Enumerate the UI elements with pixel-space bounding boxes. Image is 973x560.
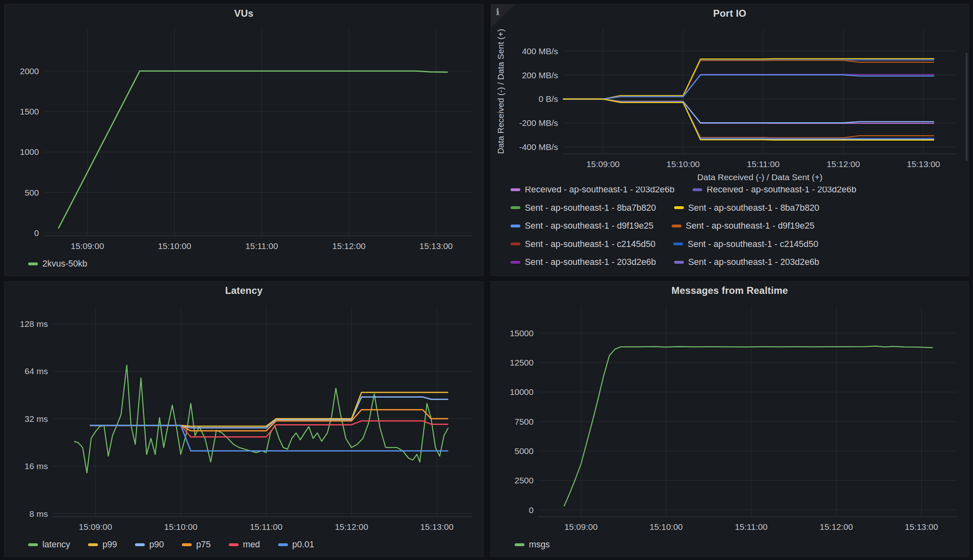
x-axis-tick-label: 15:13:00	[905, 522, 938, 531]
series-line-received-dark-blue	[563, 99, 934, 139]
series-line-received-light-blue-2	[563, 99, 934, 139]
x-axis-tick-label: 15:10:00	[666, 159, 700, 169]
dashboard: VUs 050010001500200015:09:0015:10:0015:1…	[0, 0, 973, 560]
panel-header-vus[interactable]: VUs	[4, 4, 483, 22]
y-axis-tick-label: 5000	[515, 446, 534, 456]
x-axis-tick-label: 15:09:00	[586, 159, 620, 169]
legend-item[interactable]: p99	[88, 538, 117, 551]
y-axis-tick-label: 200 MB/s	[522, 71, 558, 80]
y-axis-tick-label: 32 ms	[24, 414, 48, 423]
x-axis-tick-label: 15:11:00	[735, 522, 767, 531]
legend-series-label: Sent - ap-southeast-1 - 8ba7b820	[688, 202, 820, 214]
legend-series-swatch	[511, 261, 520, 264]
y-axis-tick-label: 400 MB/s	[522, 46, 558, 56]
x-axis-tick-label: 15:12:00	[820, 522, 853, 531]
legend-item[interactable]: 2kvus-50kb	[28, 258, 87, 270]
y-axis-tick-label: 10000	[510, 387, 533, 397]
panel-port-io: i Port IO 400 MB/s200 MB/s0 B/s-200 MB/s…	[491, 4, 969, 276]
legend-row: msgs	[515, 538, 964, 551]
y-axis-tick-label: 1000	[20, 147, 39, 157]
legend-series-swatch	[511, 206, 520, 209]
port-io-chart: 400 MB/s200 MB/s0 B/s-200 MB/s-400 MB/s1…	[491, 22, 969, 187]
legend-item[interactable]: Sent - ap-southeast-1 - 203d2e6b	[674, 256, 820, 268]
messages-legend: msgs	[491, 536, 969, 557]
vus-chart: 050010001500200015:09:0015:10:0015:11:00…	[4, 22, 483, 256]
legend-item[interactable]: Sent - ap-southeast-1 - d9f19e25	[672, 220, 815, 232]
panel-header-messages[interactable]: Messages from Realtime	[491, 282, 969, 300]
legend-series-label: msgs	[529, 538, 550, 551]
legend-row: Sent - ap-southeast-1 - 8ba7b820Sent - a…	[511, 201, 964, 214]
legend-series-label: Sent - ap-southeast-1 - c2145d50	[688, 238, 818, 250]
legend-series-swatch	[511, 243, 520, 245]
series-line-sent-dark-blue	[563, 60, 934, 99]
series-line-received-orange	[563, 99, 934, 138]
legend-series-label: 2kvus-50kb	[42, 258, 87, 270]
legend-series-label: p75	[196, 538, 211, 551]
legend-series-label: med	[243, 538, 260, 551]
legend-series-swatch	[692, 188, 702, 191]
legend-item[interactable]: msgs	[515, 538, 550, 551]
series-line-latency	[74, 365, 448, 473]
x-axis-tick-label: 15:10:00	[164, 522, 198, 531]
legend-series-swatch	[674, 206, 684, 209]
legend-item[interactable]: Sent - ap-southeast-1 - d9f19e25	[511, 220, 654, 232]
legend-item[interactable]: Sent - ap-southeast-1 - 8ba7b820	[511, 202, 656, 214]
x-axis-tick-label: 15:09:00	[79, 522, 112, 531]
legend-row: 2kvus-50kb	[28, 257, 479, 270]
legend-series-swatch	[515, 543, 524, 546]
legend-series-swatch	[674, 261, 684, 264]
legend-item[interactable]: latency	[28, 538, 70, 551]
x-axis-tick-label: 15:12:00	[827, 159, 860, 169]
legend-series-label: latency	[42, 538, 70, 551]
legend-item[interactable]: Sent - ap-southeast-1 - c2145d50	[673, 238, 818, 250]
legend-item[interactable]: p90	[135, 538, 164, 551]
legend-series-swatch	[182, 543, 192, 546]
y-axis-tick-label: 12500	[510, 358, 533, 367]
x-axis-tick-label: 15:11:00	[245, 241, 278, 251]
legend-series-label: Received - ap-southeast-1 - 203d2e6b	[525, 187, 674, 196]
legend-item[interactable]: Received - ap-southeast-1 - 203d2e6b	[692, 187, 856, 196]
series-line-msgs	[564, 346, 933, 506]
port-io-legend: Received - ap-southeast-1 - 203d2e6bRece…	[491, 187, 969, 276]
series-line-sent-magenta	[563, 74, 934, 99]
latency-chart: 8 ms16 ms32 ms64 ms128 ms15:09:0015:10:0…	[4, 300, 483, 536]
panel-title-latency: Latency	[225, 285, 263, 296]
legend-item[interactable]: med	[229, 538, 260, 551]
legend-row: Received - ap-southeast-1 - 203d2e6bRece…	[511, 187, 964, 196]
vus-legend: 2kvus-50kb	[4, 256, 483, 276]
panel-header-port-io[interactable]: Port IO	[491, 4, 969, 22]
legend-scrollbar[interactable]	[966, 53, 968, 161]
legend-item[interactable]: p75	[182, 538, 211, 551]
legend-series-swatch	[135, 543, 145, 546]
legend-series-label: p90	[149, 538, 164, 551]
y-axis-tick-label: 7500	[515, 417, 534, 426]
series-line-received-light-purple	[563, 99, 934, 123]
legend-item[interactable]: Sent - ap-southeast-1 - 203d2e6b	[511, 256, 656, 268]
legend-series-swatch	[673, 243, 683, 245]
panel-messages: Messages from Realtime 02500500075001000…	[491, 281, 969, 557]
x-axis-tick-label: 15:10:00	[158, 241, 191, 251]
legend-series-label: Sent - ap-southeast-1 - d9f19e25	[686, 220, 815, 232]
legend-row: latencyp99p90p75medp0.01	[28, 538, 479, 551]
legend-series-label: Sent - ap-southeast-1 - 203d2e6b	[525, 256, 656, 268]
legend-item[interactable]: p0.01	[278, 538, 314, 551]
legend-series-label: p99	[102, 538, 117, 551]
legend-row: Sent - ap-southeast-1 - 203d2e6bSent - a…	[511, 256, 964, 269]
x-axis-tick-label: 15:10:00	[650, 522, 683, 531]
messages-chart: 025005000750010000125001500015:09:0015:1…	[491, 300, 969, 536]
panel-vus: VUs 050010001500200015:09:0015:10:0015:1…	[4, 4, 484, 276]
series-line-sent-yellow	[563, 59, 934, 99]
legend-item[interactable]: Received - ap-southeast-1 - 203d2e6b	[511, 187, 674, 196]
x-axis-tick-label: 15:13:00	[907, 159, 940, 169]
panel-latency: Latency 8 ms16 ms32 ms64 ms128 ms15:09:0…	[4, 281, 484, 557]
legend-item[interactable]: Sent - ap-southeast-1 - c2145d50	[511, 238, 655, 250]
legend-series-swatch	[229, 543, 239, 546]
legend-series-label: Sent - ap-southeast-1 - 203d2e6b	[688, 256, 820, 268]
legend-item[interactable]: Sent - ap-southeast-1 - 8ba7b820	[674, 202, 820, 214]
x-axis-tick-label: 15:11:00	[747, 159, 780, 169]
y-axis-tick-label: 500	[24, 188, 39, 197]
series-line-2kvus-50kb	[58, 71, 448, 228]
panel-header-latency[interactable]: Latency	[4, 282, 483, 300]
legend-series-label: Received - ap-southeast-1 - 203d2e6b	[707, 187, 856, 196]
y-axis-tick-label: 15000	[510, 329, 533, 338]
